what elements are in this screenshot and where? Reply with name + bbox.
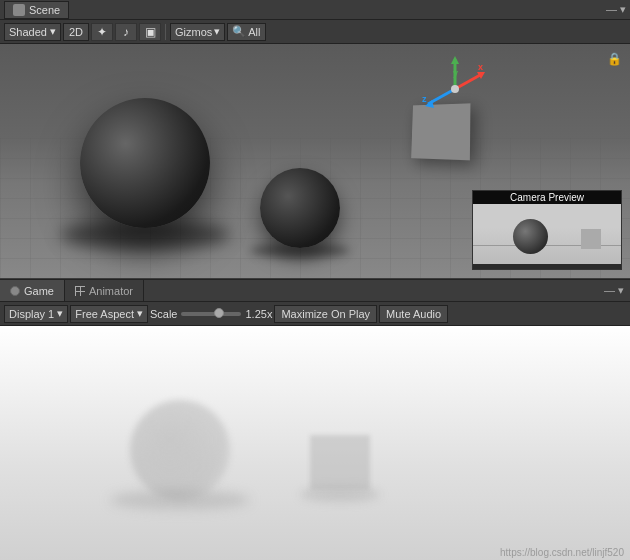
game-tab-bar: Game Animator — ▾ xyxy=(0,280,630,302)
game-tab-label: Game xyxy=(24,285,54,297)
display-arrow: ▾ xyxy=(57,307,63,320)
search-text: All xyxy=(248,26,260,38)
animator-tab-icon xyxy=(75,286,85,296)
screen-button[interactable]: ▣ xyxy=(139,23,161,41)
2d-label: 2D xyxy=(69,26,83,38)
game-toolbar: Display 1 ▾ Free Aspect ▾ Scale 1.25x Ma… xyxy=(0,302,630,326)
sun-icon: ✦ xyxy=(97,25,107,39)
aspect-dropdown[interactable]: Free Aspect ▾ xyxy=(70,305,148,323)
screen-icon: ▣ xyxy=(145,25,156,39)
scene-panel-collapse[interactable]: — ▾ xyxy=(606,3,626,16)
search-magnifier-icon: 🔍 xyxy=(232,25,246,38)
mute-audio-button[interactable]: Mute Audio xyxy=(379,305,448,323)
scene-search[interactable]: 🔍 All xyxy=(227,23,265,41)
svg-text:x: x xyxy=(478,62,483,72)
svg-text:z: z xyxy=(422,94,427,104)
lock-icon[interactable]: 🔒 xyxy=(607,52,622,66)
bottom-area: Game Animator — ▾ Display 1 ▾ Free Aspec… xyxy=(0,280,630,560)
game-sphere xyxy=(130,400,230,500)
game-viewport: https://blog.csdn.net/linjf520 xyxy=(0,326,630,560)
camera-preview-title: Camera Preview xyxy=(473,191,621,204)
aspect-arrow: ▾ xyxy=(137,307,143,320)
toolbar-separator xyxy=(165,24,166,40)
gizmos-dropdown[interactable]: Gizmos ▾ xyxy=(170,23,225,41)
shaded-arrow: ▾ xyxy=(50,25,56,38)
game-tab-icon xyxy=(10,286,20,296)
scene-toolbar: Shaded ▾ 2D ✦ ♪ ▣ Gizmos ▾ 🔍 All xyxy=(0,20,630,44)
display-dropdown[interactable]: Display 1 ▾ xyxy=(4,305,68,323)
sphere-small xyxy=(260,168,340,248)
display-label: Display 1 xyxy=(9,308,54,320)
camera-preview-viewport xyxy=(473,204,621,264)
tab-game[interactable]: Game xyxy=(0,280,65,301)
cam-sphere xyxy=(513,219,548,254)
2d-button[interactable]: 2D xyxy=(63,23,89,41)
scene-panel: Scene — ▾ Shaded ▾ 2D ✦ ♪ ▣ Gizmos ▾ 🔍 xyxy=(0,0,630,280)
axes-gizmo: y x z xyxy=(420,54,490,124)
gizmos-label: Gizmos xyxy=(175,26,212,38)
game-box xyxy=(310,435,370,490)
collapse-icon: — ▾ xyxy=(606,3,626,15)
shaded-label: Shaded xyxy=(9,26,47,38)
scale-slider[interactable] xyxy=(181,312,241,316)
cam-box xyxy=(581,229,601,249)
maximize-on-play-label: Maximize On Play xyxy=(281,308,370,320)
aspect-label: Free Aspect xyxy=(75,308,134,320)
watermark: https://blog.csdn.net/linjf520 xyxy=(500,547,624,558)
scale-prefix: Scale xyxy=(150,308,178,320)
camera-preview: Camera Preview xyxy=(472,190,622,270)
svg-point-10 xyxy=(451,85,459,93)
gizmos-arrow: ▾ xyxy=(214,25,220,38)
scale-slider-area: Scale 1.25x xyxy=(150,308,272,320)
svg-marker-2 xyxy=(451,56,459,64)
mute-audio-label: Mute Audio xyxy=(386,308,441,320)
shaded-dropdown[interactable]: Shaded ▾ xyxy=(4,23,61,41)
svg-text:y: y xyxy=(453,68,458,78)
maximize-on-play-button[interactable]: Maximize On Play xyxy=(274,305,377,323)
game-collapse-icon: — ▾ xyxy=(604,284,624,297)
animator-tab-label: Animator xyxy=(89,285,133,297)
tab-animator[interactable]: Animator xyxy=(65,280,144,301)
game-panel-collapse[interactable]: — ▾ xyxy=(598,280,630,301)
audio-button[interactable]: ♪ xyxy=(115,23,137,41)
audio-icon: ♪ xyxy=(123,25,129,39)
scale-value: 1.25x xyxy=(245,308,272,320)
scene-viewport: y x z 🔒 Camera Preview xyxy=(0,44,630,278)
tab-scene[interactable]: Scene xyxy=(4,1,69,19)
sun-button[interactable]: ✦ xyxy=(91,23,113,41)
scene-tab-icon xyxy=(13,4,25,16)
sphere-large xyxy=(80,98,210,228)
scene-tab-label: Scene xyxy=(29,4,60,16)
scale-slider-thumb[interactable] xyxy=(214,308,224,318)
svg-line-4 xyxy=(455,74,482,89)
scene-tab-bar: Scene — ▾ xyxy=(0,0,630,20)
